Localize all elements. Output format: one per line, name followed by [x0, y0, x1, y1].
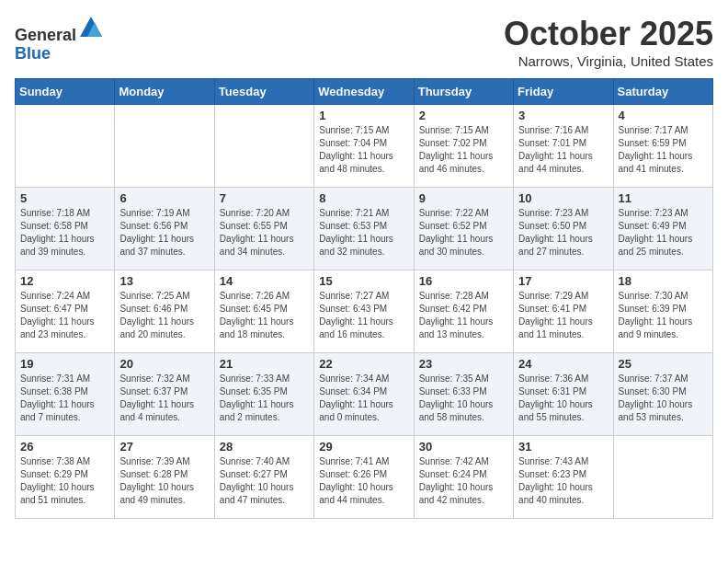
- day-number: 22: [319, 357, 408, 371]
- calendar-cell: 3Sunrise: 7:16 AM Sunset: 7:01 PM Daylig…: [514, 105, 613, 188]
- day-info: Sunrise: 7:15 AM Sunset: 7:04 PM Dayligh…: [319, 124, 408, 176]
- logo: General Blue: [15, 15, 104, 63]
- day-number: 24: [518, 357, 608, 371]
- day-info: Sunrise: 7:30 AM Sunset: 6:39 PM Dayligh…: [619, 290, 708, 341]
- day-number: 16: [419, 274, 508, 288]
- day-info: Sunrise: 7:38 AM Sunset: 6:29 PM Dayligh…: [20, 455, 109, 507]
- calendar-week-row: 19Sunrise: 7:31 AM Sunset: 6:38 PM Dayli…: [16, 353, 713, 436]
- calendar-cell: 9Sunrise: 7:22 AM Sunset: 6:52 PM Daylig…: [414, 188, 513, 270]
- calendar-cell: [115, 105, 214, 188]
- day-number: 15: [319, 274, 408, 288]
- day-number: 8: [319, 191, 408, 205]
- day-info: Sunrise: 7:34 AM Sunset: 6:34 PM Dayligh…: [319, 373, 408, 424]
- calendar-cell: 23Sunrise: 7:35 AM Sunset: 6:33 PM Dayli…: [414, 353, 513, 436]
- calendar-cell: 2Sunrise: 7:15 AM Sunset: 7:02 PM Daylig…: [414, 105, 513, 188]
- calendar-week-row: 5Sunrise: 7:18 AM Sunset: 6:58 PM Daylig…: [16, 188, 713, 270]
- calendar-cell: 28Sunrise: 7:40 AM Sunset: 6:27 PM Dayli…: [214, 436, 313, 519]
- calendar-cell: 26Sunrise: 7:38 AM Sunset: 6:29 PM Dayli…: [16, 436, 115, 519]
- day-info: Sunrise: 7:23 AM Sunset: 6:50 PM Dayligh…: [518, 207, 608, 259]
- month-title: October 2025: [504, 15, 713, 53]
- day-info: Sunrise: 7:43 AM Sunset: 6:23 PM Dayligh…: [518, 455, 608, 507]
- calendar-cell: 25Sunrise: 7:37 AM Sunset: 6:30 PM Dayli…: [613, 353, 712, 436]
- day-number: 17: [518, 274, 608, 288]
- day-info: Sunrise: 7:20 AM Sunset: 6:55 PM Dayligh…: [220, 207, 309, 259]
- calendar-cell: 1Sunrise: 7:15 AM Sunset: 7:04 PM Daylig…: [314, 105, 414, 188]
- calendar-header-row: SundayMondayTuesdayWednesdayThursdayFrid…: [16, 79, 713, 105]
- day-number: 30: [419, 440, 508, 454]
- calendar-cell: 11Sunrise: 7:23 AM Sunset: 6:49 PM Dayli…: [613, 188, 712, 270]
- day-number: 2: [419, 109, 508, 122]
- day-number: 19: [20, 357, 109, 371]
- calendar-cell: 27Sunrise: 7:39 AM Sunset: 6:28 PM Dayli…: [115, 436, 214, 519]
- day-info: Sunrise: 7:33 AM Sunset: 6:35 PM Dayligh…: [220, 373, 309, 424]
- logo-general: General: [15, 26, 76, 44]
- day-info: Sunrise: 7:17 AM Sunset: 6:59 PM Dayligh…: [619, 124, 708, 176]
- calendar-table: SundayMondayTuesdayWednesdayThursdayFrid…: [15, 78, 713, 519]
- day-number: 18: [619, 274, 708, 288]
- calendar-cell: [613, 436, 712, 519]
- day-info: Sunrise: 7:16 AM Sunset: 7:01 PM Dayligh…: [518, 124, 608, 176]
- calendar-cell: 14Sunrise: 7:26 AM Sunset: 6:45 PM Dayli…: [214, 270, 313, 353]
- day-info: Sunrise: 7:23 AM Sunset: 6:49 PM Dayligh…: [619, 207, 708, 259]
- day-info: Sunrise: 7:37 AM Sunset: 6:30 PM Dayligh…: [619, 373, 708, 424]
- title-block: October 2025 Narrows, Virginia, United S…: [504, 15, 713, 69]
- calendar-cell: 24Sunrise: 7:36 AM Sunset: 6:31 PM Dayli…: [514, 353, 613, 436]
- calendar-cell: 22Sunrise: 7:34 AM Sunset: 6:34 PM Dayli…: [314, 353, 414, 436]
- day-info: Sunrise: 7:42 AM Sunset: 6:24 PM Dayligh…: [419, 455, 508, 507]
- day-info: Sunrise: 7:36 AM Sunset: 6:31 PM Dayligh…: [518, 373, 608, 424]
- day-number: 11: [619, 191, 708, 205]
- calendar-week-row: 26Sunrise: 7:38 AM Sunset: 6:29 PM Dayli…: [16, 436, 713, 519]
- calendar-cell: 5Sunrise: 7:18 AM Sunset: 6:58 PM Daylig…: [16, 188, 115, 270]
- calendar-cell: 19Sunrise: 7:31 AM Sunset: 6:38 PM Dayli…: [16, 353, 115, 436]
- day-info: Sunrise: 7:31 AM Sunset: 6:38 PM Dayligh…: [20, 373, 109, 424]
- calendar-cell: 7Sunrise: 7:20 AM Sunset: 6:55 PM Daylig…: [214, 188, 313, 270]
- day-info: Sunrise: 7:24 AM Sunset: 6:47 PM Dayligh…: [20, 290, 109, 341]
- day-number: 14: [220, 274, 309, 288]
- calendar-cell: 4Sunrise: 7:17 AM Sunset: 6:59 PM Daylig…: [613, 105, 712, 188]
- day-number: 10: [518, 191, 608, 205]
- day-info: Sunrise: 7:40 AM Sunset: 6:27 PM Dayligh…: [220, 455, 309, 507]
- day-number: 28: [220, 440, 309, 454]
- day-number: 13: [119, 274, 209, 288]
- day-number: 26: [20, 440, 109, 454]
- day-info: Sunrise: 7:26 AM Sunset: 6:45 PM Dayligh…: [220, 290, 309, 341]
- calendar-cell: 16Sunrise: 7:28 AM Sunset: 6:42 PM Dayli…: [414, 270, 513, 353]
- day-number: 31: [518, 440, 608, 454]
- day-number: 5: [20, 191, 109, 205]
- calendar-cell: [16, 105, 115, 188]
- day-number: 7: [220, 191, 309, 205]
- day-info: Sunrise: 7:25 AM Sunset: 6:46 PM Dayligh…: [119, 290, 209, 341]
- location-title: Narrows, Virginia, United States: [504, 53, 713, 69]
- day-number: 21: [220, 357, 309, 371]
- calendar-week-row: 12Sunrise: 7:24 AM Sunset: 6:47 PM Dayli…: [16, 270, 713, 353]
- day-info: Sunrise: 7:19 AM Sunset: 6:56 PM Dayligh…: [119, 207, 209, 259]
- calendar-cell: 20Sunrise: 7:32 AM Sunset: 6:37 PM Dayli…: [115, 353, 214, 436]
- day-header-wednesday: Wednesday: [314, 79, 414, 105]
- calendar-cell: 15Sunrise: 7:27 AM Sunset: 6:43 PM Dayli…: [314, 270, 414, 353]
- day-number: 1: [319, 109, 408, 122]
- day-info: Sunrise: 7:39 AM Sunset: 6:28 PM Dayligh…: [119, 455, 209, 507]
- logo-icon: [78, 15, 104, 40]
- calendar-cell: 6Sunrise: 7:19 AM Sunset: 6:56 PM Daylig…: [115, 188, 214, 270]
- day-number: 25: [619, 357, 708, 371]
- page-header: General Blue October 2025 Narrows, Virgi…: [15, 15, 713, 69]
- calendar-cell: 10Sunrise: 7:23 AM Sunset: 6:50 PM Dayli…: [514, 188, 613, 270]
- day-info: Sunrise: 7:35 AM Sunset: 6:33 PM Dayligh…: [419, 373, 508, 424]
- calendar-cell: 12Sunrise: 7:24 AM Sunset: 6:47 PM Dayli…: [16, 270, 115, 353]
- day-header-saturday: Saturday: [613, 79, 712, 105]
- day-header-sunday: Sunday: [16, 79, 115, 105]
- calendar-cell: 18Sunrise: 7:30 AM Sunset: 6:39 PM Dayli…: [613, 270, 712, 353]
- day-number: 27: [119, 440, 209, 454]
- calendar-cell: 21Sunrise: 7:33 AM Sunset: 6:35 PM Dayli…: [214, 353, 313, 436]
- calendar-cell: 31Sunrise: 7:43 AM Sunset: 6:23 PM Dayli…: [514, 436, 613, 519]
- day-header-thursday: Thursday: [414, 79, 513, 105]
- calendar-week-row: 1Sunrise: 7:15 AM Sunset: 7:04 PM Daylig…: [16, 105, 713, 188]
- day-info: Sunrise: 7:28 AM Sunset: 6:42 PM Dayligh…: [419, 290, 508, 341]
- day-info: Sunrise: 7:15 AM Sunset: 7:02 PM Dayligh…: [419, 124, 508, 176]
- day-number: 12: [20, 274, 109, 288]
- day-header-friday: Friday: [514, 79, 613, 105]
- day-number: 9: [419, 191, 508, 205]
- day-info: Sunrise: 7:21 AM Sunset: 6:53 PM Dayligh…: [319, 207, 408, 259]
- day-header-monday: Monday: [115, 79, 214, 105]
- day-info: Sunrise: 7:29 AM Sunset: 6:41 PM Dayligh…: [518, 290, 608, 341]
